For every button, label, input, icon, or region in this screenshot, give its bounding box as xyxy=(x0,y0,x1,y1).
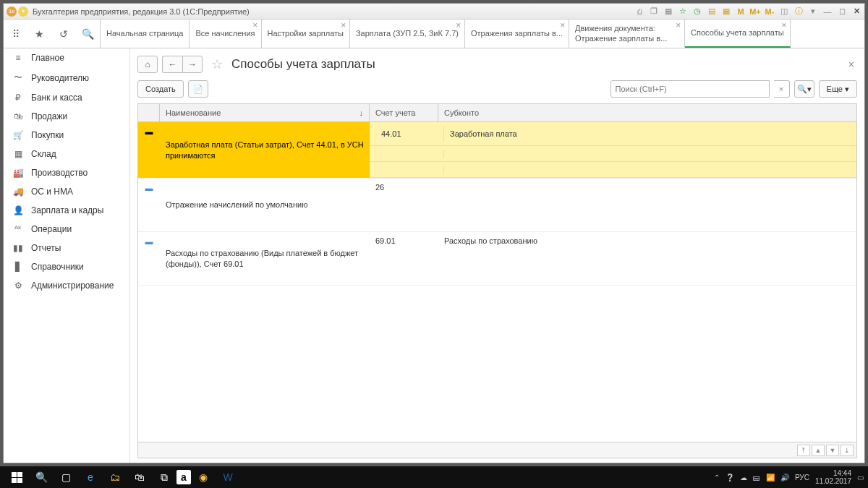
app-icon-1c: 1c xyxy=(7,7,17,17)
minimize-icon[interactable]: — xyxy=(822,7,833,17)
scroll-down-icon[interactable]: ▼ xyxy=(826,445,839,456)
sidebar-label: Покупки xyxy=(31,130,64,140)
tab-close-icon[interactable]: ✕ xyxy=(456,22,461,29)
back-button[interactable]: ← xyxy=(162,56,182,73)
col-icon[interactable] xyxy=(138,104,160,121)
top-row: ⠿ ★ ↺ 🔍 Начальная страница Все начислени… xyxy=(4,20,864,48)
app-icon-dropdown[interactable]: ▾ xyxy=(18,7,28,17)
home-button[interactable]: ⌂ xyxy=(137,56,158,73)
tab-accruals[interactable]: Все начисления✕ xyxy=(190,20,261,48)
tab-salary-settings[interactable]: Настройки зарплаты✕ xyxy=(262,20,350,48)
close-icon[interactable]: ✕ xyxy=(851,7,861,17)
help-icon[interactable]: ❔ xyxy=(726,474,734,481)
tab-close-icon[interactable]: ✕ xyxy=(252,22,258,29)
favorite-icon[interactable]: ★ xyxy=(33,28,46,40)
sidebar-item-purchases[interactable]: 🛒Покупки xyxy=(4,126,129,145)
sidebar-item-hr[interactable]: 👤Зарплата и кадры xyxy=(4,201,129,220)
data-table: Наименование↓ Счет учета Субконто ▬ Зара… xyxy=(137,103,857,458)
tb-mminus-icon[interactable]: M- xyxy=(765,7,775,17)
store-icon[interactable]: 🛍 xyxy=(127,466,152,488)
copy-button[interactable]: 📄 xyxy=(188,80,208,98)
tab-close-icon[interactable]: ✕ xyxy=(781,22,787,29)
tab-doc-movements[interactable]: Движения документа: Отражение зарплаты в… xyxy=(569,20,685,48)
table-row[interactable]: ▬ Отражение начислений по умолчанию 26 xyxy=(138,179,856,232)
drive-icon[interactable]: 🖴 xyxy=(753,474,760,481)
volume-icon[interactable]: 🔊 xyxy=(780,474,789,481)
sidebar-item-main[interactable]: ≡Главное xyxy=(4,48,129,67)
maximize-icon[interactable]: ◻ xyxy=(837,7,847,17)
sidebar-label: Администрирование xyxy=(31,281,114,291)
search-taskbar-icon[interactable]: 🔍 xyxy=(29,466,54,488)
edge-icon[interactable]: e xyxy=(78,466,103,488)
search-icon[interactable]: 🔍 xyxy=(81,28,94,40)
sidebar-item-catalogs[interactable]: ▋Справочники xyxy=(4,257,129,276)
tb-cal-icon[interactable]: ▦ xyxy=(721,7,731,17)
tab-close-icon[interactable]: ✕ xyxy=(676,22,681,29)
sidebar-item-manager[interactable]: 〜Руководителю xyxy=(4,67,129,88)
person-icon: 👤 xyxy=(12,205,24,215)
cell-account: 26 xyxy=(370,179,438,231)
tb-icon-grid[interactable]: ▦ xyxy=(663,7,673,17)
page-close-icon[interactable]: × xyxy=(846,59,857,70)
more-button[interactable]: Еще ▾ xyxy=(819,80,857,98)
sidebar-item-warehouse[interactable]: ▦Склад xyxy=(4,145,129,163)
tab-reflections[interactable]: Отражения зарплаты в...✕ xyxy=(465,20,569,48)
sidebar-item-production[interactable]: 🏭Производство xyxy=(4,163,129,182)
lang-indicator[interactable]: РУС xyxy=(795,474,809,481)
clock[interactable]: 14:44 11.02.2017 xyxy=(815,469,851,485)
cell-subconto: Расходы по страхованию xyxy=(438,232,856,285)
col-name[interactable]: Наименование↓ xyxy=(160,104,370,121)
app-a-icon[interactable]: a xyxy=(176,470,191,484)
search-menu-button[interactable]: 🔍▾ xyxy=(794,80,814,98)
col-account[interactable]: Счет учета xyxy=(370,104,438,121)
sidebar-item-sales[interactable]: 🛍Продажи xyxy=(4,107,129,126)
taskview-icon[interactable]: ▢ xyxy=(54,466,78,488)
history-icon[interactable]: ↺ xyxy=(57,28,70,40)
tb-info-icon[interactable]: ⓘ xyxy=(793,7,804,17)
col-subconto[interactable]: Субконто xyxy=(438,104,856,121)
tb-panel-icon[interactable]: ◫ xyxy=(779,7,789,17)
tb-mplus-icon[interactable]: M+ xyxy=(750,7,760,17)
search-input[interactable] xyxy=(610,80,770,98)
sidebar-label: ОС и НМА xyxy=(31,187,73,197)
start-button[interactable] xyxy=(4,466,29,488)
bag-icon: 🛍 xyxy=(12,111,24,121)
tb-info-drop[interactable]: ▾ xyxy=(808,7,818,17)
tb-m-icon[interactable]: M xyxy=(736,7,746,17)
tab-salary-zup[interactable]: Зарплата (ЗУП 2.5, ЗиК 7.7)✕ xyxy=(350,20,465,48)
dropbox-icon[interactable]: ⧉ xyxy=(152,466,176,488)
onedrive-icon[interactable]: ☁ xyxy=(740,474,747,481)
sidebar-item-operations[interactable]: ᴬᵏОперации xyxy=(4,220,129,239)
tb-clock-icon[interactable]: ◷ xyxy=(692,7,702,17)
truck-icon: 🚚 xyxy=(12,187,24,197)
table-row[interactable]: ▬ Заработная плата (Статьи затрат), Счет… xyxy=(138,122,856,179)
search-clear-icon[interactable]: × xyxy=(774,80,790,98)
tab-salary-methods[interactable]: Способы учета зарплаты✕ xyxy=(685,20,791,48)
forward-button[interactable]: → xyxy=(182,56,203,73)
favorite-toggle-icon[interactable]: ☆ xyxy=(211,56,223,72)
sidebar-item-assets[interactable]: 🚚ОС и НМА xyxy=(4,182,129,201)
tab-close-icon[interactable]: ✕ xyxy=(341,22,346,29)
tb-calc-icon[interactable]: ▤ xyxy=(707,7,717,17)
explorer-icon[interactable]: 🗂 xyxy=(103,466,127,488)
scroll-bottom-icon[interactable]: ⤓ xyxy=(841,445,854,456)
1c-taskbar-icon[interactable]: ◉ xyxy=(191,466,216,488)
network-icon[interactable]: 📶 xyxy=(766,474,775,481)
table-row[interactable]: ▬ Расходы по страхованию (Виды платежей … xyxy=(138,232,856,286)
tb-icon-copy[interactable]: ❐ xyxy=(649,7,659,17)
sidebar-item-admin[interactable]: ⚙Администрирование xyxy=(4,276,129,295)
sidebar-item-bank[interactable]: ₽Банк и касса xyxy=(4,88,129,107)
tb-icon-print[interactable]: ⎙ xyxy=(634,7,644,17)
tray-up-icon[interactable]: ⌃ xyxy=(714,474,720,481)
tb-star-icon[interactable]: ☆ xyxy=(678,7,688,17)
boxes-icon: ▦ xyxy=(12,149,24,159)
create-button[interactable]: Создать xyxy=(137,80,184,98)
notifications-icon[interactable]: ▭ xyxy=(857,474,864,481)
scroll-top-icon[interactable]: ⤒ xyxy=(797,445,810,456)
word-icon[interactable]: W xyxy=(216,466,240,488)
scroll-up-icon[interactable]: ▲ xyxy=(812,445,825,456)
apps-icon[interactable]: ⠿ xyxy=(9,28,22,40)
tab-start[interactable]: Начальная страница xyxy=(101,20,190,48)
tab-close-icon[interactable]: ✕ xyxy=(560,22,566,29)
sidebar-item-reports[interactable]: ▮▮Отчеты xyxy=(4,239,129,257)
